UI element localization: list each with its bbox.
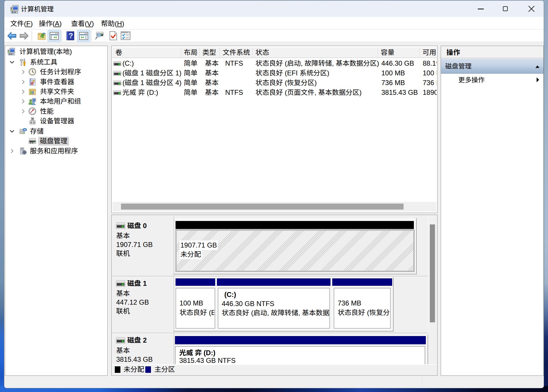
svg-text:?: ? [68,31,73,40]
